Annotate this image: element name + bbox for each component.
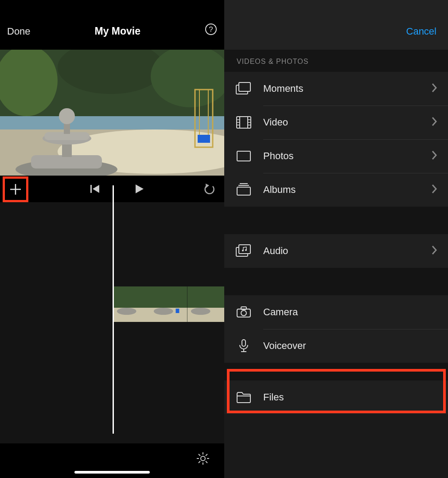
row-label: Moments [263,83,431,94]
svg-marker-30 [109,176,118,184]
svg-rect-68 [242,340,245,346]
row-label: Albums [263,184,431,196]
cancel-button[interactable]: Cancel [406,26,436,37]
svg-point-15 [59,108,75,124]
playhead-marker-icon[interactable] [108,176,119,186]
chevron-right-icon [431,150,437,162]
svg-point-29 [191,308,210,315]
picker-navbar: Cancel [224,0,448,50]
home-indicator [74,471,150,474]
editor-bottom-bar [0,443,224,478]
row-label: Audio [263,245,431,257]
project-title: My Movie [95,25,141,37]
row-label: Voiceover [263,340,437,352]
editor-navbar: Done My Movie ? [0,0,224,50]
gear-icon[interactable] [196,451,210,466]
help-icon[interactable]: ? [205,23,217,37]
svg-marker-36 [206,184,209,188]
play-button[interactable] [133,183,145,197]
svg-line-44 [199,461,200,463]
skip-back-button[interactable] [89,183,101,197]
video-preview[interactable] [0,50,224,176]
svg-rect-47 [239,82,250,91]
albums-icon [236,183,252,196]
chevron-right-icon [431,245,437,257]
playhead[interactable] [113,185,114,434]
svg-rect-62 [239,245,250,254]
row-camera[interactable]: Camera [224,295,448,329]
svg-point-64 [245,249,247,251]
filmstrip-icon [236,116,252,129]
row-video[interactable]: Video [224,106,448,139]
timeline[interactable] [0,202,224,451]
row-files[interactable]: Files [224,380,448,414]
svg-rect-66 [241,307,246,310]
svg-point-63 [242,250,244,251]
row-albums[interactable]: Albums [224,173,448,207]
audio-icon [236,244,252,258]
editor-pane: Done My Movie ? [0,0,224,478]
svg-marker-35 [136,184,144,193]
chevron-right-icon [431,116,437,129]
section-gap [224,268,448,295]
picker-section-header: VIDEOS & PHOTOS [224,50,448,72]
chevron-right-icon [431,184,437,196]
photo-icon [236,149,252,163]
svg-rect-58 [237,187,250,195]
svg-text:?: ? [209,25,213,34]
row-audio[interactable]: Audio [224,234,448,268]
moments-icon [236,82,252,95]
microphone-icon [236,339,252,353]
svg-rect-33 [90,185,92,193]
chevron-right-icon [431,82,437,95]
row-label: Camera [263,306,437,318]
timeline-clip[interactable] [113,286,224,322]
row-label: Files [263,392,437,403]
svg-line-43 [206,461,207,463]
svg-rect-57 [237,151,250,161]
svg-rect-26 [176,309,179,313]
svg-point-37 [201,456,205,461]
undo-button[interactable] [204,183,216,197]
svg-rect-19 [198,135,210,143]
media-picker-pane: Cancel VIDEOS & PHOTOS Moments Video Pho… [224,0,448,478]
row-label: Photos [263,150,431,162]
svg-point-22 [117,308,136,315]
row-voiceover[interactable]: Voiceover [224,329,448,363]
svg-point-25 [154,308,173,315]
add-media-button[interactable] [3,176,28,202]
section-gap [224,207,448,234]
svg-line-42 [199,454,200,456]
row-label: Video [263,117,431,128]
svg-line-45 [206,454,207,456]
svg-rect-10 [31,155,102,168]
row-moments[interactable]: Moments [224,72,448,106]
row-photos[interactable]: Photos [224,139,448,173]
camera-icon [236,306,252,319]
svg-marker-34 [93,185,99,193]
svg-point-67 [241,310,246,316]
folder-icon [236,391,252,404]
done-button[interactable]: Done [7,26,31,37]
section-gap [224,363,448,380]
